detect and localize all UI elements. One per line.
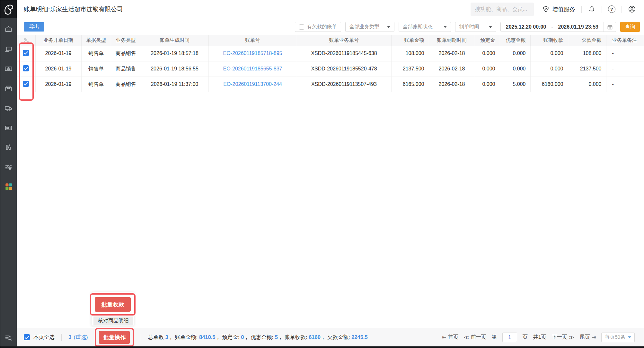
query-button[interactable]: 查询: [620, 22, 640, 32]
value-added-service-button[interactable]: 增值服务: [542, 5, 575, 13]
app-window: 账单明细:乐家生活超市连锁有限公司 增值服务 ?: [0, 0, 644, 348]
divider: [61, 334, 62, 341]
first-page-button[interactable]: ⇤ 首页: [442, 334, 459, 341]
bill-no-link[interactable]: EO-20260119113700-244: [223, 81, 282, 87]
summary-sep: ，: [278, 334, 283, 340]
sidebar-item-home[interactable]: [0, 22, 17, 36]
next-page-button[interactable]: 下一页 ≫: [552, 334, 574, 341]
page-label-post: 页: [523, 334, 528, 341]
prev-page-button[interactable]: ≪ 前一页: [464, 334, 486, 341]
account-button[interactable]: [628, 5, 636, 13]
column-settings-icon[interactable]: [22, 37, 30, 44]
cell-open-date: 2026-01-19: [35, 77, 81, 92]
divider: [581, 6, 582, 13]
batch-action-button[interactable]: 批量操作: [99, 331, 130, 344]
prev-page-icon: ≪: [464, 334, 469, 340]
selected-count: 3: [68, 334, 71, 341]
page-size-value: 每页50条: [605, 334, 625, 341]
select-all-label: 本页全选: [33, 334, 55, 341]
row-checkbox[interactable]: [23, 65, 29, 71]
debt-only-checkbox[interactable]: [299, 24, 304, 30]
package-icon: [4, 84, 13, 93]
page-size-select[interactable]: 每页50条: [601, 333, 635, 342]
page-label-pre: 第: [492, 334, 497, 341]
pagination: ⇤ 首页 ≪ 前一页 第 页 共1页 下一页 ≫ 尾页 ⇥ 每页50条: [442, 333, 635, 342]
debt-only-filter[interactable]: 有欠款的账单: [295, 22, 341, 32]
business-type-select[interactable]: 全部业务类型: [345, 22, 394, 32]
last-page-button[interactable]: 尾页 ⇥: [579, 334, 596, 341]
page-total: 共1页: [533, 334, 546, 341]
prev-page-label: 前一页: [471, 334, 486, 341]
cell-doc-type: 销售单: [81, 77, 111, 92]
sidebar-item-cash[interactable]: [0, 61, 17, 76]
sidebar-item-cash-drawer[interactable]: [0, 121, 17, 135]
sidebar-item-settings[interactable]: [0, 160, 17, 174]
page-title: 账单明细:乐家生活超市连锁有限公司: [24, 5, 123, 14]
bill-no-link[interactable]: EO-20260119185655-837: [223, 66, 282, 71]
last-page-icon: ⇥: [592, 334, 596, 340]
pos-terminal-icon: [4, 45, 13, 53]
sidebar-item-purchase[interactable]: [0, 101, 17, 115]
col-biz-no: 账单业务单号: [297, 35, 391, 46]
calendar-icon: [607, 24, 613, 30]
cell-received: 0.000: [530, 61, 568, 77]
sidebar-item-apps[interactable]: [0, 179, 17, 194]
next-page-icon: ≫: [569, 334, 574, 340]
summary-value: 5: [275, 334, 278, 340]
divider: [141, 334, 141, 341]
search-input[interactable]: [471, 6, 546, 12]
period-status-select[interactable]: 全部账期状态: [399, 22, 451, 32]
row-checkbox[interactable]: [23, 81, 29, 87]
home-icon: [4, 25, 13, 33]
cell-amount: 6165.000: [391, 77, 429, 92]
check-product-detail-item[interactable]: 核对商品明细: [93, 316, 133, 325]
cell-deposit: 0.000: [475, 61, 500, 77]
sidebar-item-goods[interactable]: [0, 81, 17, 96]
row-checkbox[interactable]: [23, 50, 29, 56]
date-start-input[interactable]: 2025.12.20 00:00: [501, 24, 551, 30]
next-page-label: 下一页: [552, 334, 567, 341]
reselect-link[interactable]: (重选): [74, 334, 88, 341]
toolbar: 导出 有欠款的账单 全部业务类型 全部账期状态 制单时间 2025.12.20 …: [17, 19, 644, 35]
sidebar-item-pos[interactable]: [0, 42, 17, 56]
app-logo[interactable]: [0, 0, 17, 18]
select-all-checkbox[interactable]: [24, 334, 30, 340]
summary-value: 3: [165, 334, 168, 340]
date-end-input[interactable]: 2026.01.19 23:59: [553, 24, 604, 30]
help-button[interactable]: ?: [608, 5, 615, 13]
page-number-input[interactable]: [502, 333, 517, 342]
summary-sep: ，: [215, 334, 221, 340]
first-page-label: 首页: [448, 334, 458, 341]
chevron-down-icon: [387, 26, 390, 28]
doc-time-select[interactable]: 制单时间: [455, 22, 496, 32]
cell-discount: 5.000: [500, 77, 530, 92]
calendar-button[interactable]: [604, 22, 616, 32]
doc-time-value: 制单时间: [459, 23, 479, 30]
cell-amount: 2137.500: [391, 61, 429, 77]
notifications-button[interactable]: [588, 5, 595, 13]
bill-no-link[interactable]: EO-20260119185718-895: [223, 50, 282, 56]
batch-receive-button[interactable]: 批量收款: [95, 297, 131, 312]
cell-biz-no: XSDD-20260119185445-638: [297, 46, 391, 61]
cell-doc-type: 销售单: [81, 46, 111, 61]
apps-grid-icon: [4, 182, 13, 191]
bill-table: 业务开单日期 单据类型 业务类型 账单生成时间 账单号 账单业务单号 账单金额 …: [17, 35, 644, 92]
divider: [602, 6, 602, 13]
cell-open-date: 2026-01-19: [35, 61, 81, 77]
cell-received: 0.000: [530, 46, 568, 61]
summary-label: 账单收款:: [285, 334, 309, 340]
ledger-books-icon: [4, 143, 13, 151]
truck-icon: [4, 104, 13, 113]
sidebar-item-log-search[interactable]: [0, 330, 17, 344]
sidebar-item-reports[interactable]: [0, 140, 17, 154]
first-page-icon: ⇤: [442, 334, 446, 340]
sidebar: [0, 0, 17, 348]
col-deposit: 预定金: [475, 35, 500, 46]
global-search[interactable]: [471, 3, 534, 16]
col-doc-type: 单据类型: [81, 35, 111, 46]
summary-value: 6160: [309, 334, 321, 340]
cell-created-at: 2026-01-19 18:56:55: [141, 61, 208, 77]
cell-biz-type: 商品销售: [111, 61, 141, 77]
export-button[interactable]: 导出: [24, 22, 44, 32]
cell-debt: 108.000: [568, 46, 606, 61]
